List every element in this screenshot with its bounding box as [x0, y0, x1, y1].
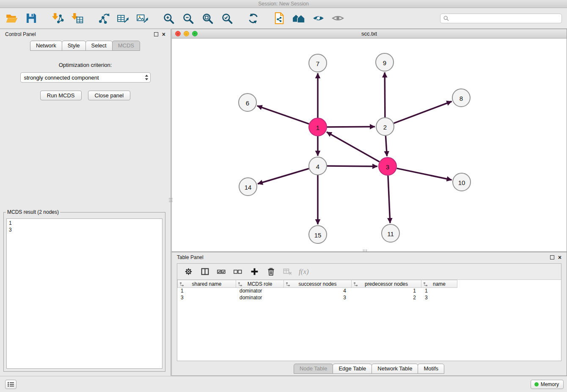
tab-select[interactable]: Select — [85, 41, 113, 51]
traffic-lights: × − + — [175, 31, 198, 36]
mcds-result-list[interactable]: 1 3 — [6, 218, 162, 369]
cell-successor-nodes[interactable]: 3 — [284, 295, 352, 301]
graph-edge-2-9[interactable] — [385, 72, 385, 117]
tab-network[interactable]: Network — [30, 41, 62, 51]
network-graph[interactable]: 7968124314101511 — [172, 39, 567, 251]
mcds-buttons-row: Run MCDS Close panel — [0, 91, 171, 100]
tab-node-table[interactable]: Node Table — [294, 364, 333, 374]
table-settings-button[interactable] — [183, 267, 193, 277]
import-network-button[interactable] — [51, 11, 64, 25]
table-panel: Table Panel × — [171, 252, 567, 376]
control-panel: Control Panel × Network Style Select MCD… — [0, 29, 171, 376]
cell-predecessor-nodes[interactable]: 2 — [352, 295, 421, 301]
network-window-titlebar[interactable]: × − + scc.txt — [172, 29, 567, 39]
delete-column-button[interactable] — [266, 267, 276, 277]
column-header-shared-name[interactable]: shared name — [177, 280, 236, 288]
graph-edge-3-11[interactable] — [388, 176, 390, 223]
float-table-panel-icon[interactable] — [550, 255, 554, 259]
delete-table-button[interactable] — [282, 267, 292, 277]
network-canvas[interactable]: 7968124314101511 — [172, 39, 567, 251]
tab-style[interactable]: Style — [62, 41, 86, 51]
graph-edge-2-8[interactable] — [394, 102, 452, 124]
window-minimize-button[interactable]: − — [184, 31, 189, 36]
graph-edge-3-10[interactable] — [397, 168, 452, 180]
home-button[interactable] — [292, 11, 306, 25]
run-mcds-button[interactable]: Run MCDS — [40, 91, 82, 100]
mcds-result-title: MCDS result (2 nodes) — [6, 209, 60, 215]
cell-shared-name[interactable]: 3 — [177, 295, 236, 301]
export-table-icon — [117, 13, 129, 24]
trash-icon — [267, 267, 275, 276]
search-input[interactable] — [451, 15, 559, 21]
table-row[interactable]: 3 dominator 3 2 3 — [177, 295, 561, 301]
delete-table-icon — [283, 267, 292, 276]
create-column-button[interactable] — [249, 267, 259, 277]
tab-edge-table[interactable]: Edge Table — [333, 364, 372, 374]
column-header-successor-nodes[interactable]: successor nodes — [284, 280, 352, 288]
graph-node-label-11: 11 — [387, 230, 394, 237]
tab-network-table[interactable]: Network Table — [372, 364, 418, 374]
cell-successor-nodes[interactable]: 4 — [284, 288, 352, 295]
table-toolbar: f(x) — [177, 264, 561, 280]
graph-edge-4-3[interactable] — [327, 166, 377, 166]
graph-edge-3-1[interactable] — [327, 132, 380, 162]
close-table-panel-icon[interactable]: × — [558, 255, 561, 260]
zoom-fit-button[interactable] — [201, 11, 214, 25]
cell-mcds-role[interactable]: dominator — [236, 288, 284, 295]
cell-name[interactable]: 1 — [421, 288, 457, 295]
save-session-button[interactable] — [25, 11, 38, 25]
network-window-title: scc.txt — [361, 30, 377, 37]
zoom-in-button[interactable] — [162, 11, 175, 25]
tab-mcds[interactable]: MCDS — [112, 41, 140, 51]
column-type-icon — [179, 282, 184, 287]
graph-node-label-6: 6 — [246, 99, 249, 107]
graph-edge-1-2[interactable] — [327, 127, 375, 127]
close-panel-button[interactable]: Close panel — [88, 91, 131, 100]
cell-name[interactable]: 3 — [421, 295, 457, 301]
window-close-button[interactable]: × — [175, 31, 181, 36]
column-header-predecessor-nodes[interactable]: predecessor nodes — [352, 280, 421, 288]
open-session-button[interactable] — [5, 11, 19, 25]
memory-button[interactable]: Memory — [531, 380, 564, 389]
status-bar: Memory — [0, 376, 567, 392]
open-folder-icon — [6, 13, 18, 24]
mcds-result-line: 1 — [9, 220, 160, 226]
graph-edge-2-3[interactable] — [385, 136, 387, 156]
export-table-button[interactable] — [116, 11, 129, 25]
export-network-button[interactable] — [96, 11, 110, 25]
table-row[interactable]: 1 dominator 4 1 1 — [177, 288, 561, 295]
network-report-button[interactable] — [272, 11, 286, 25]
graph-edge-1-6[interactable] — [257, 106, 309, 124]
show-graphics-details-button[interactable] — [331, 11, 344, 25]
style-preview-button[interactable] — [311, 11, 325, 25]
import-table-button[interactable] — [70, 11, 84, 25]
close-panel-icon[interactable]: × — [162, 32, 165, 37]
table-panel-tabbar: Node Table Edge Table Network Table Moti… — [172, 364, 567, 374]
zoom-selected-button[interactable] — [220, 11, 234, 25]
cell-predecessor-nodes[interactable]: 1 — [352, 288, 421, 295]
vertical-splitter-grip[interactable] — [169, 196, 173, 204]
column-type-icon — [238, 282, 242, 287]
window-zoom-button[interactable]: + — [192, 31, 198, 36]
list-icon — [8, 382, 14, 387]
export-image-button[interactable] — [135, 11, 149, 25]
select-all-columns-button[interactable] — [216, 267, 226, 277]
cell-mcds-role[interactable]: dominator — [236, 295, 284, 301]
table-panel-title: Table Panel — [177, 254, 204, 260]
column-header-mcds-role[interactable]: MCDS role — [236, 280, 284, 288]
graph-edge-4-14[interactable] — [258, 168, 309, 184]
window-title: Session: New Session — [258, 1, 308, 7]
column-header-name[interactable]: name — [421, 280, 457, 288]
unselect-all-columns-button[interactable] — [233, 267, 243, 277]
show-columns-button[interactable] — [200, 267, 210, 277]
tab-motifs[interactable]: Motifs — [418, 364, 444, 374]
refresh-button[interactable] — [246, 11, 260, 25]
float-panel-icon[interactable] — [154, 32, 158, 36]
refresh-icon — [248, 13, 259, 24]
zoom-out-button[interactable] — [181, 11, 195, 25]
task-history-button[interactable] — [5, 380, 17, 389]
function-builder-button[interactable]: f(x) — [299, 268, 309, 276]
cell-shared-name[interactable]: 1 — [177, 288, 236, 295]
optimization-criterion-select[interactable]: strongly connected component — [20, 72, 151, 83]
search-box[interactable] — [440, 14, 562, 23]
